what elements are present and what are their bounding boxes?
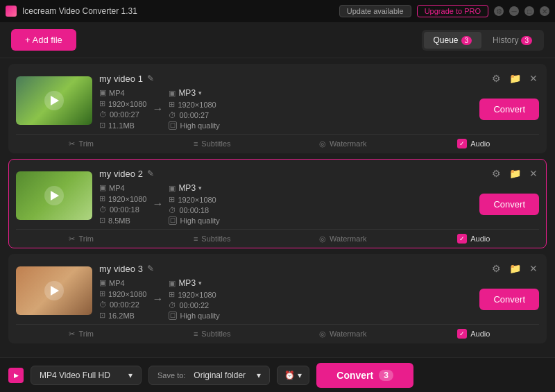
output-resolution-1: ⊞ 1920×1080 [169,100,219,109]
footer-bar: ▶ MP4 Video Full HD ▾ Save to: Original … [0,357,555,392]
play-button-1[interactable] [44,91,64,110]
trim-button-2[interactable]: ✂ Trim [16,235,147,244]
input-size-2: ⊡ 8.5MB [99,216,146,225]
subtitles-icon-2: ≡ [194,235,198,243]
thumbnail-3 [16,266,92,315]
convert-button-2[interactable]: Convert [479,194,539,215]
footer-convert-button[interactable]: Convert 3 [316,363,413,388]
edit-icon-3[interactable]: ✎ [147,264,154,273]
meta-convert-row-3: ▣ MP4 ⊞ 1920×1080 ⏱ 00:00:22 ⊡ [99,278,539,320]
maximize-button[interactable]: □ [524,6,534,16]
res-icon-1: ⊞ [99,99,105,108]
arrow-2: → [152,198,163,210]
upgrade-pro-button[interactable]: Upgrade to PRO [417,5,488,17]
card-title-row-2: my video 2 ✎ ⚙ 📁 ✕ [99,167,539,180]
format-chevron-3: ▾ [198,280,202,287]
folder-button-1[interactable]: 📁 [508,71,522,85]
settings-icon[interactable]: ⚙ [494,6,504,16]
title-bar-controls: Update available Upgrade to PRO ⚙ ─ □ ✕ [339,5,549,17]
play-button-3[interactable] [44,281,64,300]
arrow-1: → [152,103,163,115]
tab-queue[interactable]: Queue3 [424,32,482,49]
card-bottom-2: ✂ Trim ≡ Subtitles ◎ Watermark ✓ Audio [16,229,539,248]
format-chevron-2: ▾ [198,185,202,191]
tab-history[interactable]: History3 [483,32,542,49]
meta-convert-row-2: ▣ MP4 ⊞ 1920×1080 ⏱ 00:00:18 ⊡ [99,183,539,225]
subtitles-button-3[interactable]: ≡ Subtitles [147,330,278,338]
footer-format-icon: ▶ [8,368,24,383]
close-button-3[interactable]: ✕ [528,262,539,275]
input-format-2: ▣ MP4 [99,183,146,192]
arrow-3: → [152,293,163,305]
audio-button-1[interactable]: ✓ Audio [409,139,540,148]
watermark-button-3[interactable]: ◎ Watermark [278,330,409,339]
trim-icon-2: ✂ [69,235,75,244]
watermark-button-1[interactable]: ◎ Watermark [278,139,409,148]
tab-group: Queue3 History3 [422,30,545,51]
edit-icon-1[interactable]: ✎ [147,74,154,83]
card-actions-3: ⚙ 📁 ✕ [490,262,539,275]
output-quality-3: ☐ High quality [169,312,219,320]
input-duration-2: ⏱ 00:00:18 [99,205,146,214]
trim-icon-1: ✂ [69,139,75,148]
timer-chevron: ▾ [298,370,302,380]
trim-button-3[interactable]: ✂ Trim [16,330,147,339]
subtitles-button-2[interactable]: ≡ Subtitles [147,235,278,243]
folder-button-3[interactable]: 📁 [508,262,522,275]
update-available-button[interactable]: Update available [339,5,411,17]
footer-format-select[interactable]: MP4 Video Full HD ▾ [31,366,142,385]
play-button-2[interactable] [44,186,64,205]
output-format-row-3[interactable]: ▣ MP3 ▾ [169,278,219,288]
footer-save-select[interactable]: Save to: Original folder ▾ [148,366,270,385]
close-button-1[interactable]: ✕ [528,71,539,85]
convert-button-3[interactable]: Convert [479,289,539,310]
footer-timer-button[interactable]: ⏰ ▾ [277,366,309,385]
toolbar: + Add file Queue3 History3 [0,22,555,58]
timer-icon: ⏰ [284,370,295,380]
footer-save-chevron: ▾ [257,370,261,380]
card-top-2: my video 2 ✎ ⚙ 📁 ✕ ▣ MP4 [16,167,539,225]
card-bottom-3: ✂ Trim ≡ Subtitles ◎ Watermark ✓ Audio [16,324,539,343]
input-resolution-1: ⊞ 1920×1080 [99,99,146,108]
minimize-button[interactable]: ─ [509,6,519,16]
watermark-icon-3: ◎ [319,330,326,339]
output-format-row-1[interactable]: ▣ MP3 ▾ [169,88,219,98]
card-title-3: my video 3 ✎ [99,264,154,274]
video-card-1: my video 1 ✎ ⚙ 📁 ✕ ▣ MP4 [8,64,547,153]
thumbnail-1 [16,76,92,125]
video-card-3: my video 3 ✎ ⚙ 📁 ✕ ▣ MP4 [8,254,547,343]
audio-button-3[interactable]: ✓ Audio [409,329,540,339]
trim-icon-3: ✂ [69,330,75,339]
subtitles-icon-3: ≡ [194,330,198,338]
settings-button-1[interactable]: ⚙ [490,71,502,85]
convert-block-3: ▣ MP3 ▾ ⊞ 1920×1080 ⏱ 00:00:22 [169,278,219,320]
subtitles-button-1[interactable]: ≡ Subtitles [147,139,278,148]
settings-button-3[interactable]: ⚙ [490,262,502,275]
meta-block-1: ▣ MP4 ⊞ 1920×1080 ⏱ 00:00:27 ⊡ [99,88,146,130]
add-file-button[interactable]: + Add file [11,29,76,51]
app-icon [6,6,17,17]
trim-button-1[interactable]: ✂ Trim [16,139,147,148]
folder-button-2[interactable]: 📁 [508,167,522,180]
output-format-row-2[interactable]: ▣ MP3 ▾ [169,183,219,193]
settings-button-2[interactable]: ⚙ [490,167,502,180]
edit-icon-2[interactable]: ✎ [147,169,154,178]
play-triangle-1 [51,96,59,105]
card-top-1: my video 1 ✎ ⚙ 📁 ✕ ▣ MP4 [16,71,539,130]
close-button-2[interactable]: ✕ [528,167,539,180]
audio-checkbox-1: ✓ [457,139,467,148]
output-resolution-2: ⊞ 1920×1080 [169,195,219,204]
audio-checkbox-3: ✓ [457,329,467,339]
convert-button-1[interactable]: Convert [479,99,539,120]
output-resolution-3: ⊞ 1920×1080 [169,290,219,299]
watermark-button-2[interactable]: ◎ Watermark [278,235,409,244]
audio-button-2[interactable]: ✓ Audio [409,234,540,244]
play-triangle-2 [51,191,59,201]
app-title: Icecream Video Converter 1.31 [22,6,339,16]
output-duration-1: ⏱ 00:00:27 [169,111,219,119]
meta-block-3: ▣ MP4 ⊞ 1920×1080 ⏱ 00:00:22 ⊡ [99,278,146,320]
input-format-1: ▣ MP4 [99,88,146,97]
card-title-row-3: my video 3 ✎ ⚙ 📁 ✕ [99,262,539,275]
close-button[interactable]: ✕ [540,6,549,16]
title-bar: Icecream Video Converter 1.31 Update ava… [0,0,555,22]
